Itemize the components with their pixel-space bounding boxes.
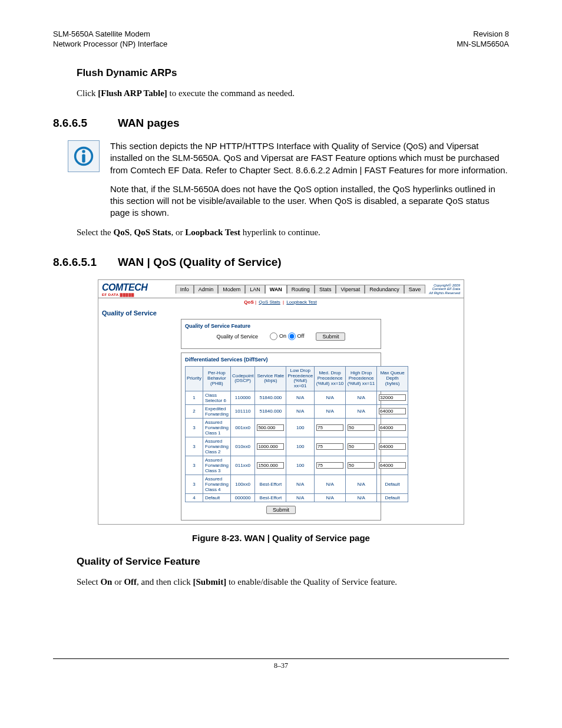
cell-high: N/A: [346, 475, 377, 493]
cell-priority: 3: [186, 456, 203, 475]
cell-rate: 51840.000: [255, 404, 286, 418]
paragraph-flush: Click [Flush ARP Table] to execute the c…: [77, 87, 509, 99]
cell-phb: Assured Forwarding Class 2: [203, 437, 230, 456]
cell-high-input[interactable]: [348, 462, 375, 469]
col-header: Codepoint (DSCP): [230, 366, 254, 391]
diffserv-submit-button[interactable]: Submit: [266, 506, 296, 514]
col-header: Service Rate (kbps): [255, 366, 286, 391]
tab-admin[interactable]: Admin: [194, 285, 219, 294]
revision: Revision 8: [457, 29, 509, 39]
cell-med[interactable]: [315, 418, 346, 437]
radio-on[interactable]: On: [270, 332, 286, 340]
cell-rate-input[interactable]: [257, 462, 284, 469]
page-number: 8–37: [53, 661, 509, 670]
tab-routing[interactable]: Routing: [287, 285, 315, 294]
cell-priority: 1: [186, 391, 203, 404]
cell-rate[interactable]: [255, 437, 286, 456]
cell-dscp: 011xx0: [230, 456, 254, 475]
cell-high: N/A: [346, 493, 377, 502]
cell-rate: Best-Effort: [255, 493, 286, 502]
feature-submit-button[interactable]: Submit: [316, 332, 345, 341]
section-title: WAN pages: [118, 117, 180, 130]
tab-modem[interactable]: Modem: [218, 285, 245, 294]
cell-dscp: 101110: [230, 404, 254, 418]
cell-low: N/A: [286, 391, 315, 404]
tab-save[interactable]: Save: [404, 285, 426, 294]
cell-low: N/A: [286, 493, 315, 502]
cell-high: N/A: [346, 391, 377, 404]
cell-priority: 2: [186, 404, 203, 418]
info-paragraph-1: This section depicts the NP HTTP/HTTPS I…: [110, 140, 509, 176]
cell-high-input[interactable]: [348, 424, 375, 431]
cell-rate[interactable]: [255, 456, 286, 475]
table-row: 2Expedited Forwarding10111051840.000N/AN…: [186, 404, 408, 418]
cell-depth-input[interactable]: [379, 394, 406, 401]
cell-depth-input[interactable]: [379, 443, 406, 450]
cell-dscp: 001xx0: [230, 418, 254, 437]
doc-number: MN-SLM5650A: [457, 39, 509, 50]
cell-med[interactable]: [315, 437, 346, 456]
cell-phb: Expedited Forwarding: [203, 404, 230, 418]
cell-high-input[interactable]: [348, 443, 375, 450]
heading-wan-qos: 8.6.6.5.1 WAN | QoS (Quality of Service): [53, 256, 509, 269]
table-row: 4Default000000Best-EffortN/AN/AN/ADefaul…: [186, 493, 408, 502]
cell-med-input[interactable]: [316, 462, 343, 469]
cell-high[interactable]: [346, 418, 377, 437]
cell-priority: 3: [186, 475, 203, 493]
tab-wan[interactable]: WAN: [265, 285, 287, 294]
cell-depth[interactable]: [377, 456, 408, 475]
cell-dscp: 000000: [230, 493, 254, 502]
cell-high[interactable]: [346, 437, 377, 456]
cell-dscp: 100xx0: [230, 475, 254, 493]
subnav-loopback[interactable]: Loopback Test: [286, 299, 316, 305]
cell-med: N/A: [315, 475, 346, 493]
cell-depth[interactable]: [377, 418, 408, 437]
cell-depth-input[interactable]: [379, 462, 406, 469]
subnav-qos[interactable]: QoS: [244, 299, 253, 305]
tab-stats[interactable]: Stats: [315, 285, 336, 294]
cell-rate-input[interactable]: [257, 424, 284, 431]
copyright: Copyright© 2009 Comtech EF Data All Righ…: [429, 284, 460, 295]
cell-depth[interactable]: [377, 391, 408, 404]
cell-med-input[interactable]: [316, 424, 343, 431]
radio-off[interactable]: Off: [288, 332, 305, 340]
col-header: High Drop Precedence (%full) xx=11: [346, 366, 377, 391]
cell-depth[interactable]: [377, 404, 408, 418]
diffserv-table: PriorityPer-Hop Behavior (PHB)Codepoint …: [185, 366, 408, 502]
info-callout: This section depicts the NP HTTP/HTTPS I…: [53, 140, 509, 219]
cell-dscp: 110000: [230, 391, 254, 404]
cell-phb: Assured Forwarding Class 4: [203, 475, 230, 493]
diffserv-heading: Differentiated Services (DiffServ): [185, 357, 377, 363]
cell-depth: Default: [377, 475, 408, 493]
cell-med-input[interactable]: [316, 443, 343, 450]
cell-rate-input[interactable]: [257, 443, 284, 450]
cell-low: N/A: [286, 475, 315, 493]
sub-nav: QoS | QoS Stats | Loopback Test: [98, 298, 464, 307]
cell-depth-input[interactable]: [379, 408, 406, 414]
cell-phb: Class Selector 6: [203, 391, 230, 404]
cell-low: N/A: [286, 404, 315, 418]
panel-title-qos: Quality of Service: [98, 307, 464, 319]
tab-info[interactable]: Info: [176, 285, 194, 294]
cell-priority: 3: [186, 418, 203, 437]
cell-high[interactable]: [346, 456, 377, 475]
heading-qos-feature: Quality of Service Feature: [77, 556, 509, 568]
tab-vipersat[interactable]: Vipersat: [336, 285, 365, 294]
table-row: 1Class Selector 611000051840.000N/AN/AN/…: [186, 391, 408, 404]
cell-med[interactable]: [315, 456, 346, 475]
section-number: 8.6.6.5.1: [53, 256, 118, 269]
figure-caption: Figure 8-23. WAN | Quality of Service pa…: [53, 533, 509, 543]
tab-redundancy[interactable]: Redundancy: [365, 285, 404, 294]
tab-lan[interactable]: LAN: [245, 285, 265, 294]
cell-depth: Default: [377, 493, 408, 502]
cell-med: N/A: [315, 493, 346, 502]
subnav-qos-stats[interactable]: QoS Stats: [259, 299, 280, 305]
cell-depth[interactable]: [377, 437, 408, 456]
cell-med: N/A: [315, 391, 346, 404]
cell-rate[interactable]: [255, 418, 286, 437]
feature-label: Quality of Service: [217, 334, 259, 340]
cell-rate: Best-Effort: [255, 475, 286, 493]
heading-flush-arps: Flush Dynamic ARPs: [77, 67, 509, 79]
col-header: Priority: [186, 366, 203, 391]
cell-depth-input[interactable]: [379, 424, 406, 431]
